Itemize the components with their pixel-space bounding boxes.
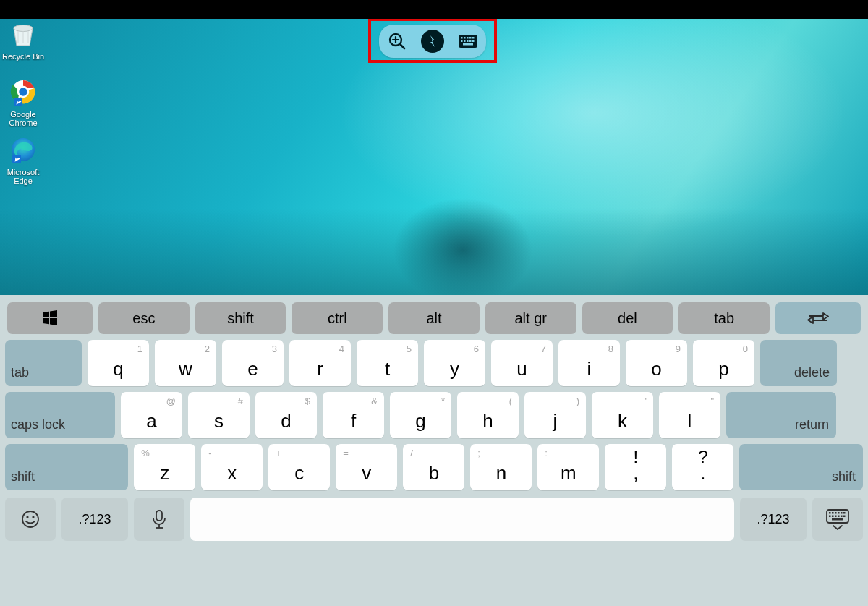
connection-button[interactable] xyxy=(421,30,444,53)
key-microphone[interactable] xyxy=(134,498,184,541)
svg-rect-36 xyxy=(829,516,831,518)
desktop-icon-recycle-bin[interactable]: Recycle Bin xyxy=(0,19,48,61)
key-tab[interactable]: tab xyxy=(5,340,82,386)
key-altgr[interactable]: alt gr xyxy=(485,302,576,334)
key-arrows[interactable] xyxy=(775,302,861,334)
microphone-icon xyxy=(151,509,167,529)
key-esc[interactable]: esc xyxy=(98,302,190,334)
desktop-icon-google-chrome[interactable]: Google Chrome xyxy=(0,77,48,127)
edge-icon xyxy=(8,135,38,165)
key-x[interactable]: -x xyxy=(201,444,263,490)
key-f[interactable]: &f xyxy=(323,392,384,438)
key-windows[interactable] xyxy=(7,302,93,334)
key-space[interactable] xyxy=(190,498,734,541)
svg-rect-37 xyxy=(832,516,834,518)
keyboard-row-meta: esc shift ctrl alt alt gr del tab xyxy=(0,299,868,337)
dismiss-keyboard-icon xyxy=(825,508,850,530)
key-ctrl[interactable]: ctrl xyxy=(292,302,383,334)
emoji-icon xyxy=(20,509,41,529)
keyboard-row-1: tab 1q2w3e4r5t6y7u8i9o0p delete xyxy=(0,337,868,389)
svg-point-25 xyxy=(32,516,34,518)
key-shift-left[interactable]: shift xyxy=(5,444,128,490)
svg-rect-41 xyxy=(843,516,846,518)
zoom-button[interactable] xyxy=(386,30,409,53)
svg-rect-21 xyxy=(472,40,475,43)
key-del[interactable]: del xyxy=(582,302,673,334)
remote-desktop-area[interactable]: Recycle Bin Google Chrome xyxy=(0,19,868,295)
key-dismiss-keyboard[interactable] xyxy=(812,498,863,541)
windows-icon xyxy=(42,310,58,326)
svg-rect-18 xyxy=(464,40,466,43)
key-b[interactable]: /b xyxy=(403,444,464,490)
key-j[interactable]: )j xyxy=(524,392,586,438)
key-l[interactable]: "l xyxy=(659,392,720,438)
key-e[interactable]: 3e xyxy=(222,340,284,386)
key-o[interactable]: 9o xyxy=(626,340,687,386)
svg-rect-32 xyxy=(835,512,837,514)
key-m[interactable]: :m xyxy=(537,444,599,490)
key-d[interactable]: $d xyxy=(255,392,317,438)
svg-rect-33 xyxy=(838,512,840,514)
key-u[interactable]: 7u xyxy=(491,340,553,386)
key-n[interactable]: ;n xyxy=(470,444,532,490)
key-g[interactable]: *g xyxy=(390,392,451,438)
key-t[interactable]: 5t xyxy=(357,340,418,386)
key-y[interactable]: 6y xyxy=(424,340,485,386)
svg-rect-26 xyxy=(156,511,162,521)
key-i[interactable]: 8i xyxy=(558,340,620,386)
svg-point-0 xyxy=(14,25,33,32)
svg-rect-15 xyxy=(469,37,472,39)
recycle-bin-icon xyxy=(8,19,38,49)
key-w[interactable]: 2w xyxy=(155,340,216,386)
keyboard-row-3: shift %z-x+c=v/b;n:m!,?. shift xyxy=(0,441,868,493)
desktop-icon-label: Google Chrome xyxy=(0,110,48,127)
svg-rect-39 xyxy=(838,516,840,518)
toggle-keyboard-button[interactable] xyxy=(456,30,480,53)
key-emoji[interactable] xyxy=(5,498,56,541)
key-a[interactable]: @a xyxy=(121,392,182,438)
desktop-icon-label: Recycle Bin xyxy=(2,52,44,61)
svg-rect-38 xyxy=(835,516,837,518)
key-alt[interactable]: alt xyxy=(388,302,480,334)
key-v[interactable]: =v xyxy=(336,444,397,490)
swap-arrows-icon xyxy=(807,312,829,325)
svg-rect-30 xyxy=(829,512,831,514)
chrome-icon xyxy=(8,77,38,107)
key-k[interactable]: 'k xyxy=(592,392,653,438)
key-,[interactable]: !, xyxy=(605,444,666,490)
key-tab-top[interactable]: tab xyxy=(678,302,770,334)
svg-rect-16 xyxy=(472,37,475,39)
svg-line-8 xyxy=(400,44,404,48)
key-shift-top[interactable]: shift xyxy=(195,302,286,334)
key-capslock[interactable]: caps lock xyxy=(5,392,115,438)
desktop-icon-microsoft-edge[interactable]: Microsoft Edge xyxy=(0,135,48,185)
svg-rect-13 xyxy=(464,37,466,39)
svg-rect-12 xyxy=(461,37,463,39)
connection-icon xyxy=(425,34,440,48)
keyboard-row-4: .?123 .?123 xyxy=(0,493,868,547)
key-r[interactable]: 4r xyxy=(289,340,351,386)
svg-point-23 xyxy=(22,511,38,527)
svg-rect-35 xyxy=(843,512,846,514)
keyboard-row-2: caps lock @a#s$d&f*g(h)j'k"l return xyxy=(0,389,868,441)
keyboard-icon xyxy=(458,34,478,48)
key-q[interactable]: 1q xyxy=(88,340,149,386)
key-delete[interactable]: delete xyxy=(760,340,837,386)
key-numeric-left[interactable]: .?123 xyxy=(61,498,128,541)
key-c[interactable]: +c xyxy=(268,444,330,490)
key-return[interactable]: return xyxy=(726,392,836,438)
svg-rect-17 xyxy=(461,40,463,43)
key-h[interactable]: (h xyxy=(457,392,519,438)
key-p[interactable]: 0p xyxy=(693,340,754,386)
key-.[interactable]: ?. xyxy=(672,444,733,490)
key-z[interactable]: %z xyxy=(134,444,195,490)
svg-rect-42 xyxy=(832,518,843,521)
key-numeric-right[interactable]: .?123 xyxy=(740,498,807,541)
zoom-in-icon xyxy=(388,32,407,51)
remote-session-toolbar xyxy=(379,25,486,58)
desktop-icon-label: Microsoft Edge xyxy=(0,168,48,185)
svg-rect-40 xyxy=(841,516,843,518)
key-shift-right[interactable]: shift xyxy=(739,444,863,490)
key-s[interactable]: #s xyxy=(188,392,250,438)
svg-point-24 xyxy=(26,516,28,518)
